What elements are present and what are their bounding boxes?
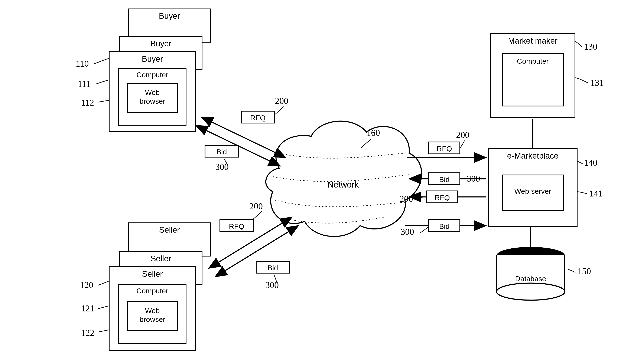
rfq-label-buyer: RFQ: [242, 114, 274, 122]
database-cylinder: [497, 247, 565, 300]
ref-200-right-top: 200: [456, 130, 469, 140]
rfq-box-seller: RFQ: [220, 219, 254, 232]
ref-200-right-bottom: 200: [399, 194, 413, 204]
ref-111: 111: [78, 79, 91, 89]
bid-box-buyer: Bid: [205, 145, 239, 158]
seller-browser-box: Web browser: [127, 301, 178, 331]
market-maker-computer-label: Computer: [503, 57, 563, 65]
buyer-computer-label: Computer: [119, 71, 186, 79]
seller-label-mid: Seller: [120, 254, 202, 263]
ref-121: 121: [81, 303, 94, 314]
ref-150: 150: [578, 266, 591, 276]
web-server-box: Web server: [502, 174, 564, 211]
ref-110: 110: [76, 59, 89, 69]
emarketplace-label: e-Marketplace: [489, 151, 577, 160]
bid-label-right-top: Bid: [429, 175, 459, 184]
ref-130: 130: [584, 42, 597, 52]
ref-300-buyer: 300: [215, 162, 229, 172]
market-maker-computer-box: Computer: [502, 53, 564, 106]
bid-label-seller: Bid: [257, 264, 289, 272]
buyer-label-back: Buyer: [129, 12, 210, 21]
seller-computer-label: Computer: [119, 287, 186, 295]
rfq-box-buyer: RFQ: [241, 111, 275, 124]
seller-label-back: Seller: [129, 225, 210, 235]
market-maker-label: Market maker: [491, 36, 574, 46]
database-label: Database: [509, 275, 552, 283]
bid-label-buyer: Bid: [206, 148, 238, 156]
bid-box-right-bottom: Bid: [428, 219, 460, 232]
rfq-label-right-bottom: RFQ: [427, 193, 457, 202]
ref-141: 141: [589, 188, 603, 199]
rfq-box-right-top: RFQ: [428, 142, 460, 154]
bid-box-right-top: Bid: [428, 173, 460, 185]
ref-160: 160: [366, 128, 380, 138]
rfq-box-right-bottom: RFQ: [426, 190, 458, 203]
ref-122: 122: [81, 328, 94, 338]
buyer-browser-label: Web browser: [128, 88, 177, 106]
bid-label-right-bottom: Bid: [429, 222, 459, 231]
buyer-label-mid: Buyer: [120, 39, 202, 48]
rfq-label-seller: RFQ: [220, 222, 253, 231]
ref-300-seller: 300: [265, 280, 279, 290]
ref-140: 140: [584, 158, 597, 168]
bid-box-seller: Bid: [256, 261, 290, 273]
svg-rect-4: [497, 255, 564, 257]
buyer-browser-box: Web browser: [127, 83, 178, 113]
ref-131: 131: [590, 78, 604, 88]
seller-label: Seller: [110, 269, 195, 279]
ref-120: 120: [80, 280, 93, 290]
svg-point-5: [497, 283, 565, 300]
ref-300-right-bottom: 300: [401, 227, 414, 237]
network-label: Network: [311, 180, 375, 190]
ref-200-seller: 200: [249, 201, 263, 211]
web-server-label: Web server: [503, 187, 563, 195]
ref-300-right-top: 300: [467, 174, 480, 184]
buyer-label: Buyer: [110, 54, 195, 64]
ref-200-buyer: 200: [275, 96, 288, 106]
ref-112: 112: [81, 97, 94, 108]
seller-browser-label: Web browser: [128, 306, 177, 324]
rfq-label-right-top: RFQ: [429, 144, 459, 153]
